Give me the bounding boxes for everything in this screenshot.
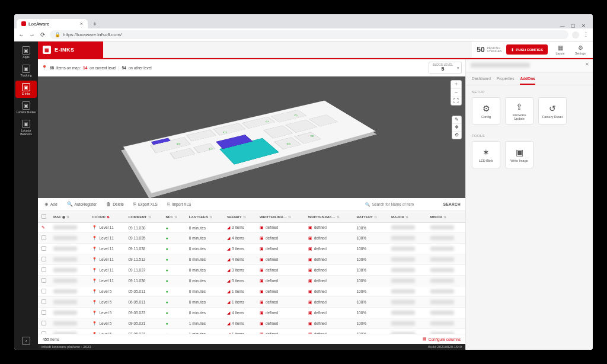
map-3d-view[interactable]: + − ⛶ ✎ ❖ ⚙ xyxy=(38,76,465,198)
row-checkbox[interactable] xyxy=(41,278,46,283)
col-minor[interactable]: MINOR⇅ xyxy=(427,211,465,223)
table-row[interactable]: 📍Level 11 09.11.036 ● 0 minutes ◢3 items… xyxy=(38,276,465,286)
col-seenby[interactable]: SEENBY⇅ xyxy=(223,211,256,223)
col-comment[interactable]: COMMENT⇅ xyxy=(125,211,162,223)
autoregister-button[interactable]: 🔍AutoRegister xyxy=(65,200,99,208)
minimize-icon[interactable]: — xyxy=(560,23,565,28)
table-row[interactable]: 📍Level 11 09.11.512 ● 0 minutes ◢4 items… xyxy=(38,254,465,265)
row-checkbox[interactable] xyxy=(41,289,46,293)
image-icon: ▣ xyxy=(260,247,264,251)
url-field[interactable]: 🔒 https://locaware.infsoft.com/ xyxy=(50,30,568,39)
col-major[interactable]: MAJOR⇅ xyxy=(388,211,426,223)
status-dot-icon: ● xyxy=(165,236,168,240)
import-xls-button[interactable]: ⎗Import XLS xyxy=(165,200,193,208)
major-value xyxy=(391,332,415,334)
table-row[interactable]: ✎ 📍Level 11 09.11.030 ● 0 minutes ◢3 ite… xyxy=(38,223,465,233)
menu-icon[interactable]: ⋮ xyxy=(583,31,589,39)
col-battery[interactable]: BATTERY⇅ xyxy=(353,211,388,223)
forward-icon[interactable]: → xyxy=(28,31,36,38)
row-checkbox[interactable] xyxy=(41,267,46,272)
search-input[interactable] xyxy=(372,202,437,206)
table-row[interactable]: 📍Level 11 09.11.035 ● 0 minutes ◢4 items… xyxy=(38,233,465,244)
setup-card-config[interactable]: ⚙Config xyxy=(472,97,500,124)
rail-item-locator-beacons[interactable]: ▣Locator Beacons xyxy=(15,117,37,138)
delete-button[interactable]: 🗑Delete xyxy=(104,200,126,208)
setup-card-factory-reset[interactable]: ↺Factory Reset xyxy=(538,97,567,124)
major-value xyxy=(391,311,415,315)
col-written2[interactable]: WRITTEN.IMA…⇅ xyxy=(305,211,353,223)
push-configs-button[interactable]: ⬆ PUSH CONFIGS xyxy=(506,44,548,55)
seenby-icon: ◢ xyxy=(227,225,230,229)
export-xls-button[interactable]: ⎘Export XLS xyxy=(132,200,159,208)
edit-icon[interactable]: ✎ xyxy=(41,225,45,229)
col-mac[interactable]: MAC ◉⇅ xyxy=(50,211,88,223)
col-nfc[interactable]: NFC⇅ xyxy=(162,211,185,223)
image-icon: ▣ xyxy=(260,300,264,304)
reload-icon[interactable]: ⟳ xyxy=(39,31,46,38)
pin-icon: 📍 xyxy=(92,321,97,325)
col-coord[interactable]: COORD⇅ xyxy=(88,211,124,223)
compass-icon[interactable]: ❖ xyxy=(452,124,461,132)
profile-icon[interactable] xyxy=(572,31,579,39)
row-checkbox[interactable] xyxy=(41,246,46,251)
row-checkbox[interactable] xyxy=(41,321,46,325)
row-checkbox[interactable] xyxy=(41,299,46,304)
settings-button[interactable]: ⚙ Settings xyxy=(573,44,588,55)
row-checkbox[interactable] xyxy=(41,235,46,240)
col-written1[interactable]: WRITTEN.IMA…⇅ xyxy=(256,211,305,223)
table-row[interactable]: 📍Level 5 06.05.011 ● 0 minutes ◢1 items … xyxy=(38,297,465,308)
setup-card-firmware-update[interactable]: ⇪Firmware Update xyxy=(505,97,533,124)
layout-button[interactable]: ▦ Layout xyxy=(552,44,568,55)
table-row[interactable]: 📍Level 11 09.11.038 ● 0 minutes ◢3 items… xyxy=(38,244,465,254)
mac-value xyxy=(53,268,77,272)
level-selector[interactable]: BLDGS LEVEL 5 xyxy=(429,62,462,74)
close-panel-icon[interactable]: ✕ xyxy=(582,59,593,72)
rail-item-locator-nodes[interactable]: ▣Locator Nodes xyxy=(15,99,37,116)
mac-value xyxy=(53,279,77,283)
table-row[interactable]: 📍Level 11 09.11.037 ● 0 minutes ◢3 items… xyxy=(38,265,465,276)
row-checkbox[interactable] xyxy=(41,310,46,315)
new-tab-button[interactable]: + xyxy=(90,19,100,28)
select-all-checkbox[interactable] xyxy=(41,214,46,219)
col-lastseen[interactable]: LASTSEEN⇅ xyxy=(186,211,223,223)
edit-icon[interactable]: ✎ xyxy=(452,116,461,124)
pin-icon: 📍 xyxy=(92,236,97,240)
table-row[interactable]: 📍Level 5 09.05.021 ● 1 minutes ◢4 items … xyxy=(38,318,465,329)
status-dot-icon: ● xyxy=(165,300,168,304)
minor-value xyxy=(430,268,454,272)
row-checkbox[interactable] xyxy=(41,257,46,261)
tab-addons[interactable]: AddOns xyxy=(520,75,535,85)
maximize-icon[interactable]: ▢ xyxy=(571,23,576,28)
factory-reset-icon: ↺ xyxy=(549,104,556,113)
zoom-out-button[interactable]: − xyxy=(451,89,461,97)
minor-value xyxy=(430,321,454,325)
gear-icon[interactable]: ⚙ xyxy=(452,132,461,139)
table-row[interactable]: 📍Level 5 07.05.021 ● 1 minutes ◢1 items … xyxy=(38,329,465,334)
rail-item-e-inks[interactable]: ▣E-Inks xyxy=(15,81,37,98)
search-button[interactable]: SEARCH xyxy=(443,202,461,206)
tab-properties[interactable]: Properties xyxy=(497,75,515,85)
rail-item-apps[interactable]: ▣Apps xyxy=(15,44,37,61)
mac-value xyxy=(53,247,77,251)
browser-tab[interactable]: LocAware × xyxy=(17,19,88,28)
rail-item-tracking[interactable]: ▣Tracking xyxy=(15,62,37,79)
seenby-icon: ◢ xyxy=(227,311,230,315)
minor-value xyxy=(430,236,454,240)
configure-columns-button[interactable]: ▤ Configure columns xyxy=(423,337,461,341)
back-icon[interactable]: ← xyxy=(18,31,25,38)
tab-dashboard[interactable]: Dashboard xyxy=(472,75,491,85)
zoom-in-button[interactable]: + xyxy=(451,81,461,89)
close-window-icon[interactable]: ✕ xyxy=(582,23,586,28)
minor-value xyxy=(430,311,454,315)
table-row[interactable]: 📍Level 5 05.05.011 ● 0 minutes ◢1 items … xyxy=(38,286,465,297)
rail-collapse[interactable]: ‹ xyxy=(15,334,37,347)
seenby-icon: ◢ xyxy=(227,289,230,293)
table-row[interactable]: 📍Level 5 09.05.023 ● 0 minutes ◢4 items … xyxy=(38,308,465,318)
mac-value xyxy=(53,236,77,240)
close-icon[interactable]: × xyxy=(80,21,83,27)
zoom-fit-button[interactable]: ⛶ xyxy=(451,97,461,105)
add-button[interactable]: ⊕Add xyxy=(43,200,59,208)
status-dot-icon: ● xyxy=(165,226,168,230)
tools-card-write-image[interactable]: ▣Write Image xyxy=(505,141,533,168)
tools-card-led-blink[interactable]: ✶LED Blink xyxy=(472,141,500,168)
